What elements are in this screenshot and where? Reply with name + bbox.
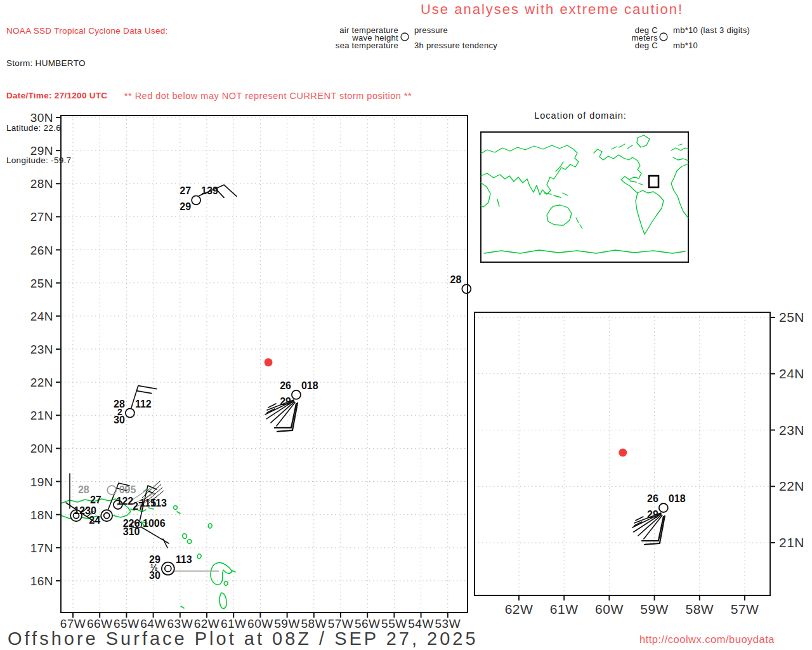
wind-barb — [632, 513, 665, 545]
guadeloupe-dominica — [181, 562, 235, 609]
plot-canvas — [0, 0, 812, 650]
station-circle — [114, 500, 122, 509]
offshore-surface-plot-page: NOAA SSD Tropical Cyclone Data Used: Sto… — [0, 0, 812, 650]
map-border — [61, 116, 468, 613]
station-circle — [136, 522, 141, 527]
station-circle — [107, 486, 116, 494]
world-map-inset — [481, 132, 688, 262]
wind-barb-stroke — [216, 189, 224, 197]
station-circle — [126, 409, 134, 418]
storm-position-dot — [265, 358, 273, 366]
coastlines — [61, 489, 235, 609]
legend-station-circle-icon — [401, 33, 409, 41]
wind-barb — [199, 185, 237, 197]
wind-barb-stroke — [224, 185, 237, 196]
station-circle — [659, 503, 668, 512]
cluster-wind-barbs — [66, 474, 169, 548]
wind-barb-stroke — [645, 543, 660, 545]
station-circle — [462, 284, 471, 293]
buoydata-url-link[interactable]: http://coolwx.com/buoydata — [639, 633, 775, 646]
legend-units-circle-icon — [660, 33, 667, 41]
station-circle — [70, 510, 82, 521]
world-map-border — [481, 132, 688, 262]
storm-dots-layer — [265, 358, 627, 456]
plot-title: Offshore Surface Plot at 08Z / SEP 27, 2… — [8, 628, 478, 649]
station-circle — [292, 390, 301, 399]
storm-position-dot — [619, 449, 627, 457]
station-circle — [162, 562, 174, 575]
wind-barb — [131, 386, 157, 408]
wind-barb — [265, 400, 298, 432]
wind-barb-stroke — [277, 430, 292, 432]
wind-barb-stroke — [131, 386, 138, 408]
wind-barb-stroke — [136, 391, 152, 394]
wind-barb-stroke — [138, 386, 157, 389]
station-circle — [101, 510, 112, 521]
station-circle — [192, 196, 200, 204]
